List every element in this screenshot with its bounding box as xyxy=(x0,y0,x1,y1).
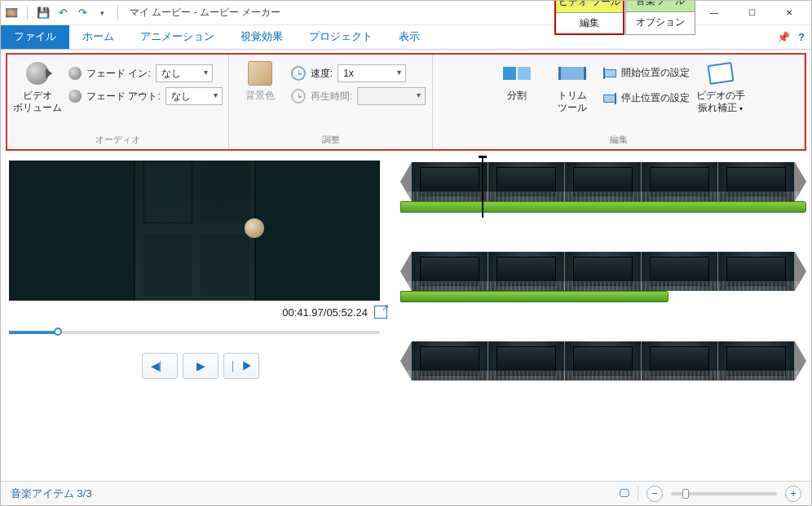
split-icon xyxy=(503,67,531,80)
preview-video[interactable] xyxy=(9,161,380,301)
speaker-small-icon xyxy=(68,90,82,103)
speed-combo[interactable]: 1x xyxy=(338,64,406,82)
zoom-out-button[interactable]: − xyxy=(647,486,663,502)
chevron-down-icon: ▾ xyxy=(739,105,743,112)
waveform-icon xyxy=(400,281,806,291)
prev-frame-button[interactable]: ◀⎸ xyxy=(142,353,178,379)
duration-icon xyxy=(291,89,306,103)
fullscreen-icon[interactable] xyxy=(374,306,387,319)
speaker-small-icon xyxy=(68,67,82,80)
group-adjust-label: 調整 xyxy=(229,132,432,149)
waveform-icon xyxy=(400,191,806,201)
window-title: マイ ムービー - ムービー メーカー xyxy=(130,6,554,20)
fadein-label: フェード イン: xyxy=(86,67,151,81)
trim-icon xyxy=(558,67,586,80)
playhead[interactable] xyxy=(482,157,483,218)
video-clip[interactable] xyxy=(400,162,806,201)
start-marker-icon xyxy=(603,69,616,77)
timeline[interactable] xyxy=(400,156,806,460)
fadeout-combo[interactable]: なし xyxy=(165,87,223,105)
trim-button[interactable]: トリム ツール xyxy=(548,59,597,114)
redo-icon[interactable]: ↷ xyxy=(75,6,90,20)
waveform-icon xyxy=(400,371,806,381)
end-marker-icon xyxy=(603,95,616,103)
preview-pane: 00:41.97/05:52.24 ◀⎸ ▶ ⎸▶ xyxy=(9,156,392,460)
video-clip[interactable] xyxy=(400,341,806,381)
set-start-button[interactable]: 開始位置の設定 xyxy=(603,66,690,80)
view-mode-icon[interactable]: 🖵 xyxy=(619,487,629,499)
seek-slider[interactable] xyxy=(9,325,380,340)
tab-animation[interactable]: アニメーション xyxy=(127,25,227,49)
background-color-button: 背景色 xyxy=(236,59,285,102)
ribbon-edit: ビデオ ボリューム フェード イン: なし フェード アウト: なし オーディオ xyxy=(6,53,806,151)
tab-project[interactable]: プロジェクト xyxy=(296,25,386,49)
status-bar: 音楽アイテム 3/3 🖵 − + xyxy=(1,481,811,505)
split-button[interactable]: 分割 xyxy=(492,59,541,102)
maximize-button[interactable]: ☐ xyxy=(733,1,770,25)
zoom-in-button[interactable]: + xyxy=(785,486,801,502)
help-icon[interactable]: ? xyxy=(798,31,805,43)
tab-home[interactable]: ホーム xyxy=(69,25,127,49)
status-text: 音楽アイテム 3/3 xyxy=(11,486,611,501)
audio-clip[interactable] xyxy=(400,291,669,302)
play-button[interactable]: ▶ xyxy=(183,353,218,379)
tab-file[interactable]: ファイル xyxy=(1,25,69,49)
speed-label: 速度: xyxy=(311,67,333,81)
tab-view[interactable]: 表示 xyxy=(386,25,433,49)
audio-clip[interactable] xyxy=(400,201,806,213)
fadein-combo[interactable]: なし xyxy=(156,64,213,82)
tab-visual-effects[interactable]: 視覚効果 xyxy=(227,25,296,49)
paint-icon xyxy=(248,61,272,86)
time-display: 00:41.97/05:52.24 xyxy=(282,306,368,319)
undo-icon[interactable]: ↶ xyxy=(55,6,70,20)
fadeout-label: フェード アウト: xyxy=(86,90,161,103)
title-bar: 🎞️ 💾 ↶ ↷ ▾ マイ ムービー - ムービー メーカー ビデオ ツール 編… xyxy=(1,1,811,25)
ribbon-tabs: ファイル ホーム アニメーション 視覚効果 プロジェクト 表示 📌 ? xyxy=(1,25,811,50)
group-audio-label: オーディオ xyxy=(7,132,228,149)
save-icon[interactable]: 💾 xyxy=(36,6,51,20)
zoom-slider[interactable] xyxy=(671,492,777,495)
video-clip[interactable] xyxy=(400,252,806,291)
close-button[interactable]: ✕ xyxy=(770,1,808,25)
next-frame-button[interactable]: ⎸▶ xyxy=(223,353,259,379)
duration-combo xyxy=(357,87,426,105)
set-end-button[interactable]: 停止位置の設定 xyxy=(603,91,690,105)
stabilize-icon xyxy=(707,62,734,85)
qat-drop-icon[interactable]: ▾ xyxy=(95,6,109,20)
stabilize-button[interactable]: ビデオの手 振れ補正 ▾ xyxy=(696,59,745,114)
video-volume-button[interactable]: ビデオ ボリューム xyxy=(13,59,62,114)
duration-label: 再生時間: xyxy=(311,90,352,103)
app-icon: 🎞️ xyxy=(4,6,19,20)
signin-pin-icon[interactable]: 📌 xyxy=(777,31,790,43)
group-edit-label: 編集 xyxy=(433,132,804,149)
minimize-button[interactable]: — xyxy=(695,1,733,25)
speaker-icon xyxy=(26,62,49,85)
speed-icon xyxy=(291,66,306,81)
